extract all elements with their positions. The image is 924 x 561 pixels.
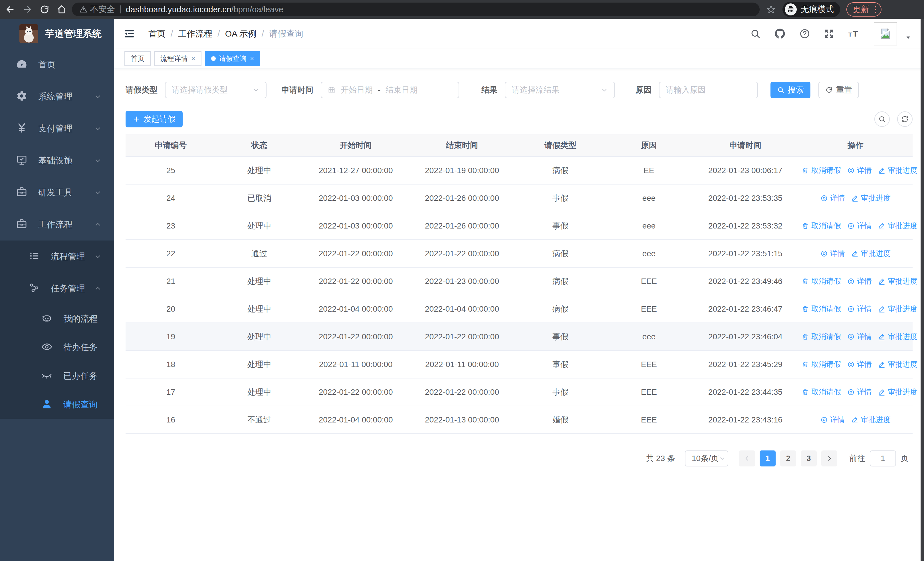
detail-action-link[interactable]: 详情 (847, 387, 872, 397)
page-button-3[interactable]: 3 (801, 450, 817, 466)
url-bar[interactable]: 不安全 dashboard.yudao.iocoder.cn/bpm/oa/le… (72, 3, 760, 16)
reason-input[interactable]: 请输入原因 (659, 82, 758, 98)
app-logo[interactable]: 芋道管理系统 (0, 19, 114, 48)
star-icon[interactable] (766, 4, 776, 15)
progress-action-link[interactable]: 审批进度 (878, 304, 917, 314)
sidebar-item-3[interactable]: 支付管理 (0, 113, 114, 144)
caret-down-icon[interactable] (905, 34, 912, 41)
process-icon (28, 250, 41, 263)
page-button-1[interactable]: 1 (760, 450, 776, 466)
sidebar-item-6[interactable]: 工作流程 (0, 209, 114, 241)
create-leave-button[interactable]: 发起请假 (126, 111, 183, 127)
header-icons: TT (750, 22, 912, 45)
cancel-action-link[interactable]: 取消请假 (802, 387, 841, 397)
progress-action-link[interactable]: 审批进度 (851, 248, 891, 259)
page-unit-label: 页 (901, 453, 909, 464)
cancel-action-link[interactable]: 取消请假 (802, 304, 841, 314)
detail-action-link[interactable]: 详情 (820, 415, 845, 425)
cancel-action-link[interactable]: 取消请假 (802, 165, 841, 175)
progress-action-link[interactable]: 审批进度 (851, 415, 891, 425)
detail-action-link[interactable]: 详情 (847, 359, 872, 369)
detail-action-link[interactable]: 详情 (847, 276, 872, 286)
cancel-action-link[interactable]: 取消请假 (802, 276, 841, 286)
cancel-action-link[interactable]: 取消请假 (802, 221, 841, 231)
search-button[interactable]: 搜索 (771, 82, 810, 98)
cancel-action-link[interactable]: 取消请假 (802, 359, 841, 369)
progress-action-link[interactable]: 审批进度 (878, 165, 917, 175)
detail-action-link[interactable]: 详情 (820, 193, 845, 203)
filter-form: 请假类型 请选择请假类型 申请时间 开始日期 - 结束日期 结果 请选择流结果 (126, 82, 913, 98)
toggle-search-button[interactable] (874, 111, 890, 127)
sidebar-item-5[interactable]: 研发工具 (0, 176, 114, 209)
cell-actions: 取消请假详情审批进度 (798, 212, 913, 240)
tab-流程详情[interactable]: 流程详情× (154, 51, 201, 66)
breadcrumb-item[interactable]: OA 示例 (225, 28, 256, 40)
cancel-action-link[interactable]: 取消请假 (802, 332, 841, 341)
start-date-placeholder: 开始日期 (341, 84, 373, 95)
question-icon[interactable] (799, 28, 810, 39)
prev-page-button[interactable] (739, 450, 755, 466)
detail-action-link[interactable]: 详情 (847, 165, 872, 175)
sidebar-item-12[interactable]: 请假查询 (0, 390, 114, 419)
sidebar-item-4[interactable]: 基础设施 (0, 144, 114, 176)
sidebar-item-9[interactable]: 我的流程 (0, 304, 114, 333)
page-size-select[interactable]: 10条/页 (685, 450, 728, 466)
back-icon[interactable] (5, 4, 15, 15)
progress-action-link[interactable]: 审批进度 (878, 359, 917, 369)
cell-type: 婚假 (515, 406, 606, 434)
progress-action-link[interactable]: 审批进度 (851, 193, 891, 203)
page-button-2[interactable]: 2 (780, 450, 796, 466)
progress-action-link[interactable]: 审批进度 (878, 387, 917, 397)
window-scrollbar[interactable] (921, 19, 924, 561)
update-button[interactable]: 更新 (846, 2, 882, 17)
sidebar-menu: 首页系统管理支付管理基础设施研发工具工作流程流程管理任务管理我的流程待办任务已办… (0, 48, 114, 419)
result-select[interactable]: 请选择流结果 (505, 82, 615, 98)
sidebar-item-7[interactable]: 流程管理 (0, 241, 114, 272)
reload-icon[interactable] (39, 4, 50, 15)
more-vert-icon[interactable] (873, 6, 878, 13)
leave-type-select[interactable]: 请选择请假类型 (165, 82, 267, 98)
cell-id: 25 (126, 156, 216, 184)
close-icon[interactable]: × (191, 55, 195, 62)
reset-button[interactable]: 重置 (818, 82, 859, 98)
url-divider (120, 5, 121, 14)
goto-page-input[interactable] (870, 450, 896, 466)
apply-time-range-picker[interactable]: 开始日期 - 结束日期 (321, 82, 459, 98)
cell-reason: eee (606, 240, 692, 267)
user-avatar[interactable] (874, 22, 897, 45)
cell-status: 处理中 (216, 323, 303, 350)
detail-action-link[interactable]: 详情 (820, 248, 845, 259)
security-indicator[interactable]: 不安全 (80, 4, 115, 15)
hamburger-icon[interactable] (123, 28, 135, 40)
sidebar-item-1[interactable]: 首页 (0, 48, 114, 81)
cell-apply_time: 2022-01-22 23:51:15 (692, 240, 798, 267)
edit-icon (878, 388, 885, 396)
sidebar-item-11[interactable]: 已办任务 (0, 362, 114, 390)
search-icon[interactable] (750, 28, 761, 39)
tab-请假查询[interactable]: 请假查询× (205, 51, 260, 66)
home-icon[interactable] (57, 4, 67, 15)
detail-action-link[interactable]: 详情 (847, 304, 872, 314)
fullscreen-icon[interactable] (824, 28, 834, 39)
refresh-table-button[interactable] (897, 111, 913, 127)
breadcrumb-item[interactable]: 工作流程 (178, 28, 212, 40)
close-icon[interactable]: × (250, 55, 254, 62)
fontsize-icon[interactable]: TT (848, 28, 861, 39)
detail-action-link[interactable]: 详情 (847, 332, 872, 341)
progress-action-link[interactable]: 审批进度 (878, 221, 917, 231)
sidebar-item-10[interactable]: 待办任务 (0, 333, 114, 362)
view-icon (847, 167, 855, 174)
forward-icon[interactable] (22, 4, 33, 15)
sidebar-item-label: 首页 (38, 59, 114, 71)
detail-action-link[interactable]: 详情 (847, 221, 872, 231)
github-icon[interactable] (774, 28, 786, 40)
chevron-up-icon (94, 221, 102, 228)
tab-首页[interactable]: 首页 (124, 51, 151, 66)
next-page-button[interactable] (821, 450, 837, 466)
sidebar-item-2[interactable]: 系统管理 (0, 81, 114, 113)
breadcrumb-item[interactable]: 首页 (148, 28, 165, 40)
sidebar-item-8[interactable]: 任务管理 (0, 272, 114, 304)
incognito-label: 无痕模式 (801, 4, 834, 15)
progress-action-link[interactable]: 审批进度 (878, 276, 917, 286)
progress-action-link[interactable]: 审批进度 (878, 332, 917, 341)
